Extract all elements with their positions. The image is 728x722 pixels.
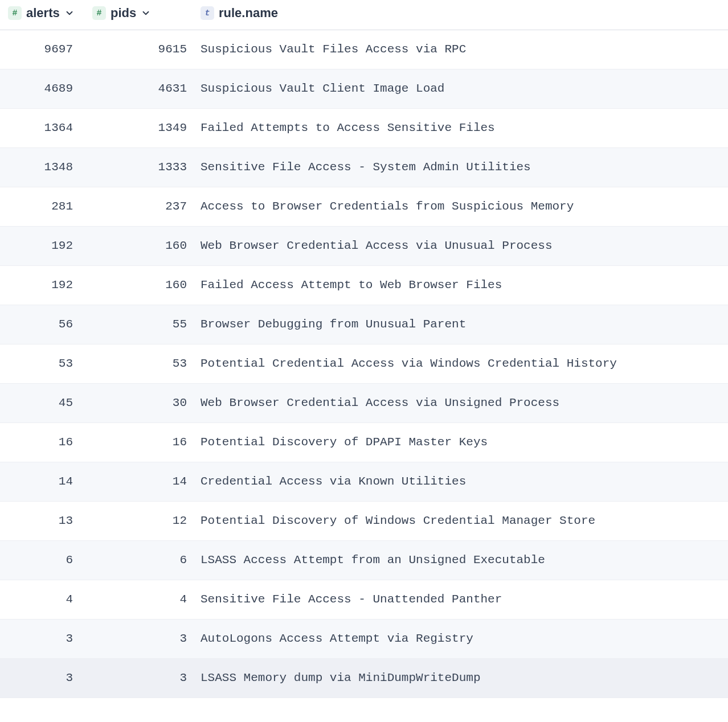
results-table: # alerts # pids t rule.name 96979615Susp… <box>0 0 728 698</box>
cell-pids: 9615 <box>84 42 198 56</box>
table-row[interactable]: 4530Web Browser Credential Access via Un… <box>0 384 728 423</box>
cell-rulename: AutoLogons Access Attempt via Registry <box>198 631 728 646</box>
cell-pids: 3 <box>84 631 198 646</box>
cell-alerts: 1348 <box>0 160 84 174</box>
cell-alerts: 192 <box>0 278 84 292</box>
column-header-rulename-label: rule.name <box>219 6 278 20</box>
table-row[interactable]: 192160Web Browser Credential Access via … <box>0 227 728 266</box>
cell-pids: 30 <box>84 396 198 410</box>
cell-rulename: Sensitive File Access - System Admin Uti… <box>198 160 728 174</box>
cell-alerts: 56 <box>0 317 84 331</box>
number-type-icon: # <box>8 6 22 20</box>
table-row[interactable]: 13481333Sensitive File Access - System A… <box>0 148 728 187</box>
cell-rulename: Browser Debugging from Unusual Parent <box>198 317 728 331</box>
cell-rulename: Suspicious Vault Client Image Load <box>198 81 728 96</box>
table-row[interactable]: 5353Potential Credential Access via Wind… <box>0 344 728 384</box>
cell-rulename: Credential Access via Known Utilities <box>198 474 728 489</box>
cell-alerts: 16 <box>0 435 84 449</box>
column-header-alerts-label: alerts <box>26 6 60 20</box>
cell-alerts: 4689 <box>0 81 84 96</box>
cell-pids: 6 <box>84 553 198 567</box>
cell-alerts: 3 <box>0 671 84 685</box>
column-header-pids[interactable]: # pids <box>84 6 198 20</box>
cell-rulename: LSASS Access Attempt from an Unsigned Ex… <box>198 553 728 567</box>
cell-pids: 55 <box>84 317 198 331</box>
cell-alerts: 1364 <box>0 121 84 135</box>
cell-rulename: LSASS Memory dump via MiniDumpWriteDump <box>198 671 728 685</box>
table-header-row: # alerts # pids t rule.name <box>0 0 728 30</box>
cell-pids: 1333 <box>84 160 198 174</box>
cell-pids: 53 <box>84 356 198 371</box>
table-row[interactable]: 33AutoLogons Access Attempt via Registry <box>0 620 728 659</box>
table-row[interactable]: 33LSASS Memory dump via MiniDumpWriteDum… <box>0 659 728 698</box>
cell-alerts: 281 <box>0 199 84 214</box>
cell-rulename: Web Browser Credential Access via Unsign… <box>198 396 728 410</box>
chevron-down-icon[interactable] <box>141 8 151 18</box>
cell-alerts: 53 <box>0 356 84 371</box>
table-row[interactable]: 1312Potential Discovery of Windows Crede… <box>0 502 728 541</box>
cell-pids: 16 <box>84 435 198 449</box>
cell-alerts: 6 <box>0 553 84 567</box>
table-row[interactable]: 96979615Suspicious Vault Files Access vi… <box>0 30 728 69</box>
cell-rulename: Failed Attempts to Access Sensitive File… <box>198 121 728 135</box>
cell-pids: 3 <box>84 671 198 685</box>
table-row[interactable]: 44Sensitive File Access - Unattended Pan… <box>0 580 728 620</box>
table-row[interactable]: 46894631Suspicious Vault Client Image Lo… <box>0 69 728 109</box>
table-row[interactable]: 5655Browser Debugging from Unusual Paren… <box>0 305 728 344</box>
cell-rulename: Potential Discovery of DPAPI Master Keys <box>198 435 728 449</box>
table-row[interactable]: 1616Potential Discovery of DPAPI Master … <box>0 423 728 462</box>
cell-rulename: Access to Browser Credentials from Suspi… <box>198 199 728 214</box>
cell-alerts: 13 <box>0 514 84 528</box>
cell-pids: 1349 <box>84 121 198 135</box>
cell-pids: 4 <box>84 592 198 606</box>
cell-rulename: Web Browser Credential Access via Unusua… <box>198 239 728 253</box>
table-row[interactable]: 281237Access to Browser Credentials from… <box>0 187 728 227</box>
table-row[interactable]: 66LSASS Access Attempt from an Unsigned … <box>0 541 728 580</box>
cell-alerts: 192 <box>0 239 84 253</box>
cell-pids: 160 <box>84 278 198 292</box>
cell-alerts: 4 <box>0 592 84 606</box>
number-type-icon: # <box>92 6 106 20</box>
table-body: 96979615Suspicious Vault Files Access vi… <box>0 30 728 698</box>
cell-pids: 237 <box>84 199 198 214</box>
chevron-down-icon[interactable] <box>64 8 75 18</box>
column-header-alerts[interactable]: # alerts <box>0 6 84 20</box>
cell-rulename: Failed Access Attempt to Web Browser Fil… <box>198 278 728 292</box>
cell-rulename: Suspicious Vault Files Access via RPC <box>198 42 728 56</box>
cell-rulename: Potential Discovery of Windows Credentia… <box>198 514 728 528</box>
column-header-rulename[interactable]: t rule.name <box>198 6 728 20</box>
text-type-icon: t <box>201 6 214 20</box>
cell-pids: 4631 <box>84 81 198 96</box>
cell-rulename: Sensitive File Access - Unattended Panth… <box>198 592 728 606</box>
cell-pids: 14 <box>84 474 198 489</box>
table-row[interactable]: 192160Failed Access Attempt to Web Brows… <box>0 266 728 305</box>
cell-alerts: 45 <box>0 396 84 410</box>
cell-rulename: Potential Credential Access via Windows … <box>198 356 728 371</box>
cell-alerts: 14 <box>0 474 84 489</box>
table-row[interactable]: 1414Credential Access via Known Utilitie… <box>0 462 728 502</box>
cell-pids: 160 <box>84 239 198 253</box>
table-row[interactable]: 13641349Failed Attempts to Access Sensit… <box>0 109 728 148</box>
column-header-pids-label: pids <box>111 6 136 20</box>
cell-alerts: 3 <box>0 631 84 646</box>
cell-alerts: 9697 <box>0 42 84 56</box>
cell-pids: 12 <box>84 514 198 528</box>
